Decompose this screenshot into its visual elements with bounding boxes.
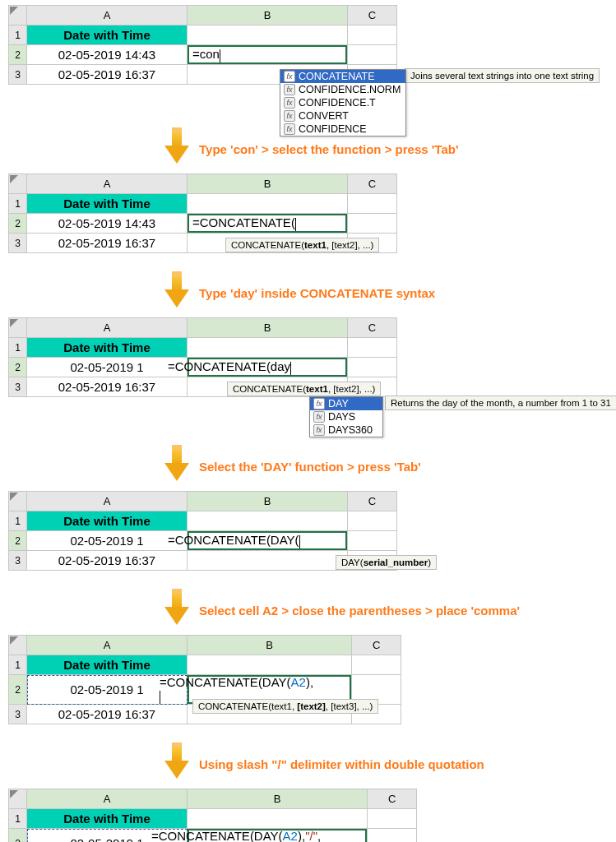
row-header-2[interactable]: 2 (9, 675, 27, 705)
cell-ref: A2 (291, 675, 306, 689)
row-header-3[interactable]: 3 (9, 705, 27, 724)
cell-a2[interactable]: 02-05-2019 14:43 (27, 45, 188, 65)
cell-a3[interactable]: 02-05-2019 16:37 (27, 234, 188, 253)
col-header-b[interactable]: B (188, 492, 348, 511)
autocomplete-dropdown[interactable]: fxDAY fxDAYS fxDAYS360 (309, 396, 383, 437)
row-header-2[interactable]: 2 (9, 45, 27, 65)
cell-a1[interactable]: Date with Time (27, 511, 188, 531)
row-header-1[interactable]: 1 (9, 338, 27, 358)
cell-a2[interactable]: 02-05-2019 14:43 (27, 214, 188, 234)
ac-item-confidence[interactable]: fxCONFIDENCE (280, 123, 405, 136)
row-header-2[interactable]: 2 (9, 214, 27, 234)
row-header-2[interactable]: 2 (9, 829, 27, 842)
col-header-c[interactable]: C (348, 174, 397, 194)
cell-b2-editing[interactable]: =CONCATENATE(DAY(A2),"/", (188, 829, 368, 842)
cell-c1[interactable] (348, 511, 397, 531)
col-header-a[interactable]: A (27, 318, 188, 338)
row-header-3[interactable]: 3 (9, 551, 27, 571)
cell-b1[interactable] (188, 809, 368, 829)
cell-a3[interactable]: 02-05-2019 16:37 (27, 551, 188, 571)
cell-a1[interactable]: Date with Time (27, 25, 188, 45)
autocomplete-dropdown[interactable]: fxCONCATENATE fxCONFIDENCE.NORM fxCONFID… (280, 69, 406, 136)
cell-b2-editing[interactable]: =CONCATENATE(DAY( (188, 531, 348, 551)
cell-a2[interactable]: 02-05-2019 1 (27, 358, 188, 377)
cell-c2[interactable] (348, 214, 397, 234)
cell-b1[interactable] (188, 338, 348, 358)
formula-text: ), (306, 675, 313, 689)
cell-c1[interactable] (348, 25, 397, 45)
select-all-corner[interactable] (9, 318, 27, 338)
select-all-corner[interactable] (9, 789, 27, 809)
row-header-1[interactable]: 1 (9, 655, 27, 675)
cell-a2[interactable]: 02-05-2019 1 (27, 531, 188, 551)
row-header-3[interactable]: 3 (9, 65, 27, 85)
row-header-1[interactable]: 1 (9, 25, 27, 45)
col-header-c[interactable]: C (348, 492, 397, 511)
cell-a1[interactable]: Date with Time (27, 809, 188, 829)
row-header-1[interactable]: 1 (9, 511, 27, 531)
syntax-hint-tooltip: DAY(serial_number) (336, 555, 437, 570)
cell-a1[interactable]: Date with Time (27, 194, 188, 214)
ac-item-concatenate[interactable]: fxCONCATENATE (280, 70, 405, 83)
cell-b1[interactable] (188, 194, 348, 214)
row-header-1[interactable]: 1 (9, 194, 27, 214)
col-header-b[interactable]: B (188, 636, 352, 655)
row-header-2[interactable]: 2 (9, 358, 27, 377)
ac-item-day[interactable]: fxDAY (310, 397, 382, 410)
col-header-b[interactable]: B (188, 6, 348, 25)
cell-c1[interactable] (348, 338, 397, 358)
cell-c1[interactable] (348, 194, 397, 214)
ac-item-days[interactable]: fxDAYS (310, 410, 382, 423)
col-header-a[interactable]: A (27, 636, 188, 655)
cell-b1[interactable] (188, 655, 352, 675)
col-header-c[interactable]: C (368, 789, 417, 809)
col-header-c[interactable]: C (348, 318, 397, 338)
cell-a3[interactable]: 02-05-2019 16:37 (27, 65, 188, 85)
select-all-corner[interactable] (9, 492, 27, 511)
function-icon: fx (313, 398, 325, 409)
col-header-a[interactable]: A (27, 492, 188, 511)
cell-b1[interactable] (188, 25, 348, 45)
ac-item-days360[interactable]: fxDAYS360 (310, 423, 382, 437)
ac-item-convert[interactable]: fxCONVERT (280, 109, 405, 123)
cell-c1[interactable] (352, 655, 401, 675)
cell-b2-editing[interactable]: =CONCATENATE(day (188, 358, 348, 377)
cell-c2[interactable] (368, 829, 417, 842)
select-all-corner[interactable] (9, 6, 27, 25)
instruction-row: Select the 'DAY' function > press 'Tab' (0, 435, 616, 491)
col-header-a[interactable]: A (27, 174, 188, 194)
col-header-c[interactable]: C (348, 6, 397, 25)
row-header-3[interactable]: 3 (9, 377, 27, 397)
col-header-c[interactable]: C (352, 636, 401, 655)
cell-b2-editing[interactable]: =con (188, 45, 348, 65)
formula-text: =CONCATENATE(day (168, 359, 290, 373)
cell-b1[interactable] (188, 511, 348, 531)
cell-a3[interactable]: 02-05-2019 16:37 (27, 377, 188, 397)
cell-b3[interactable] (188, 551, 348, 571)
cell-c2[interactable] (348, 358, 397, 377)
col-header-a[interactable]: A (27, 6, 188, 25)
cell-a3[interactable]: 02-05-2019 16:37 (27, 705, 188, 724)
cell-c1[interactable] (368, 809, 417, 829)
down-arrow-icon (164, 276, 189, 309)
hint-active-arg: text1 (306, 384, 328, 394)
select-all-corner[interactable] (9, 636, 27, 655)
cell-c2[interactable] (348, 45, 397, 65)
hint-active-arg: serial_number (364, 557, 428, 567)
row-header-3[interactable]: 3 (9, 234, 27, 253)
ac-item-confidence-t[interactable]: fxCONFIDENCE.T (280, 96, 405, 109)
cell-a1[interactable]: Date with Time (27, 338, 188, 358)
col-header-b[interactable]: B (188, 789, 368, 809)
col-header-b[interactable]: B (188, 318, 348, 338)
col-header-a[interactable]: A (27, 789, 188, 809)
row-header-1[interactable]: 1 (9, 809, 27, 829)
col-header-b[interactable]: B (188, 174, 348, 194)
cell-a1[interactable]: Date with Time (27, 655, 188, 675)
select-all-corner[interactable] (9, 174, 27, 194)
cell-c2[interactable] (348, 531, 397, 551)
cell-ref: A2 (283, 829, 298, 842)
function-description-tooltip: Joins several text strings into one text… (405, 68, 600, 83)
ac-item-confidence-norm[interactable]: fxCONFIDENCE.NORM (280, 83, 405, 96)
row-header-2[interactable]: 2 (9, 531, 27, 551)
cell-b2-editing[interactable]: =CONCATENATE( (188, 214, 348, 234)
